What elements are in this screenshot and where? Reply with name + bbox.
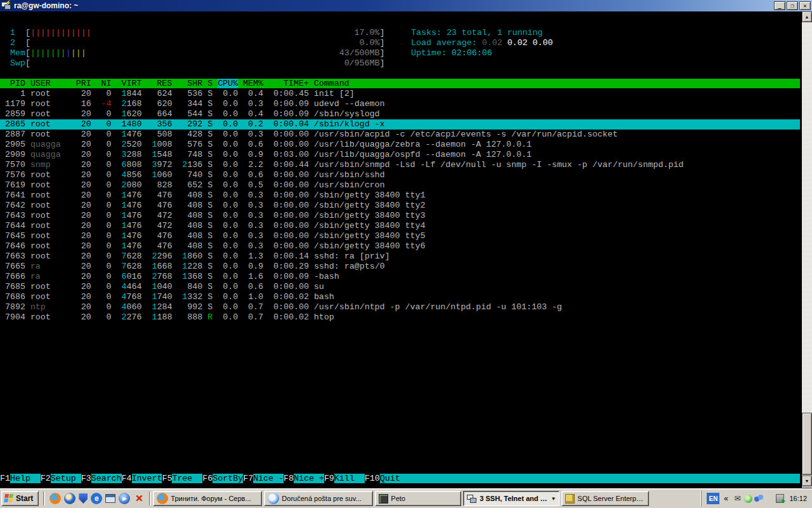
- fkey-label-f10[interactable]: Quit: [380, 474, 410, 483]
- quad-tray-icon[interactable]: [766, 495, 774, 503]
- fkey-f2[interactable]: F2: [41, 474, 51, 483]
- fkey-label-f9[interactable]: Kill: [334, 474, 365, 483]
- fkey-label-f7[interactable]: Nice -: [253, 474, 284, 483]
- htop-output: 1 [|||||||||||| 17.0%] 2 [ 0.0%] Mem[|||…: [0, 18, 800, 323]
- fkey-label-f8[interactable]: Nice +: [294, 474, 324, 483]
- minimize-button[interactable]: _: [774, 1, 785, 10]
- uptime-line: Uptime: 02:06:06: [411, 48, 553, 58]
- process-table-header[interactable]: PID USER PRI NI VIRT RES SHR S CPU% MEM%…: [0, 79, 800, 89]
- process-row-7644[interactable]: 7644 root 20 0 1476 472 408 S 0.0 0.3 0:…: [0, 221, 800, 231]
- fkey-label-f1[interactable]: Help: [10, 474, 41, 483]
- close-button[interactable]: ✕: [799, 1, 811, 10]
- fkey-f7[interactable]: F7: [243, 474, 253, 483]
- process-row-7576[interactable]: 7576 root 20 0 4856 1060 740 S 0.0 0.6 0…: [0, 170, 800, 180]
- peto-icon: [379, 494, 388, 504]
- cpu2-meter: 2 [ 0.0%]: [0, 38, 800, 48]
- taskbar-clock[interactable]: 16:12: [787, 495, 807, 502]
- tasks-line: Tasks: 23 total, 1 running: [411, 28, 553, 38]
- process-row-7643[interactable]: 7643 root 20 0 1476 472 408 S 0.0 0.3 0:…: [0, 211, 800, 221]
- process-row-7686[interactable]: 7686 root 20 0 4768 1740 1332 S 0.0 1.0 …: [0, 292, 800, 302]
- fkey-f1[interactable]: F1: [0, 474, 10, 483]
- process-row-2887[interactable]: 2887 root 20 0 1476 508 428 S 0.0 0.3 0:…: [0, 130, 800, 140]
- process-row-7646[interactable]: 7646 root 20 0 1476 476 408 S 0.0 0.3 0:…: [0, 241, 800, 251]
- fkey-f5[interactable]: F5: [162, 474, 172, 483]
- people-tray-icon[interactable]: [754, 495, 764, 503]
- process-row-7892[interactable]: 7892 ntp 20 0 4060 1284 992 S 0.0 0.7 0:…: [0, 302, 800, 312]
- uptime-label: Uptime:: [411, 48, 447, 58]
- process-row-1179[interactable]: 1179 root 16 -4 2168 620 344 S 0.0 0.3 0…: [0, 99, 800, 109]
- process-row-2905[interactable]: 2905 quagga 20 0 2520 1008 576 S 0.0 0.6…: [0, 140, 800, 150]
- uptime-value: 02:06:06: [452, 48, 492, 58]
- terminal: 1 [|||||||||||| 17.0%] 2 [ 0.0%] Mem[|||…: [0, 11, 802, 489]
- load-15min: 0.00: [533, 38, 553, 48]
- green-orb-tray-icon[interactable]: [744, 495, 752, 503]
- fkey-f9[interactable]: F9: [324, 474, 334, 483]
- taskbar-button-label: Тринити. Форум - Серв...: [171, 495, 258, 502]
- fkey-label-f6[interactable]: SortBy: [213, 474, 243, 483]
- load-average-line: Load average: 0.02 0.02 0.00: [411, 38, 553, 48]
- database-tray-icon[interactable]: [776, 494, 784, 503]
- process-row-7663[interactable]: 7663 root 20 0 7628 2296 1860 S 0.0 1.3 …: [0, 251, 800, 262]
- tasks-value: 23 total, 1 running: [447, 28, 543, 37]
- taskbar: Start e▶✕ Тринити. Форум - Серв...Doruče…: [0, 488, 812, 508]
- play-quicklaunch-icon[interactable]: ▶: [119, 493, 130, 504]
- process-row-7685[interactable]: 7685 root 20 0 4464 1040 840 S 0.0 0.6 0…: [0, 282, 800, 292]
- fkey-f3[interactable]: F3: [81, 474, 91, 483]
- x-quicklaunch-icon[interactable]: ✕: [133, 493, 145, 504]
- system-tray: EN « ✉ 16:12: [701, 490, 811, 507]
- tray-chevron-icon[interactable]: «: [722, 494, 730, 503]
- fkey-label-f3[interactable]: Search: [91, 474, 122, 483]
- scrollbar-up-arrow[interactable]: ▲: [802, 11, 812, 22]
- process-row-7570[interactable]: 7570 snmp 20 0 6808 3972 2136 S 0.0 2.2 …: [0, 160, 800, 170]
- taskbar-button-label: Peto: [391, 495, 457, 502]
- process-row-7641[interactable]: 7641 root 20 0 1476 476 408 S 0.0 0.3 0:…: [0, 190, 800, 201]
- fkey-f4[interactable]: F4: [122, 474, 132, 483]
- taskbar-button-3[interactable]: Peto: [375, 491, 461, 506]
- taskbar-divider: [149, 491, 151, 505]
- firefox-icon: [157, 493, 168, 504]
- mail2-icon: [268, 493, 279, 504]
- quick-launch-bar: e▶✕: [47, 493, 147, 504]
- e-quicklaunch-icon[interactable]: e: [91, 493, 102, 504]
- scrollbar-down-arrow[interactable]: ▼: [802, 476, 812, 486]
- taskbar-button-5[interactable]: SQL Server Enterprise M...: [561, 491, 649, 506]
- fkey-label-f2[interactable]: Setup: [51, 474, 81, 483]
- fkey-label-f5[interactable]: Tree: [172, 474, 202, 483]
- language-indicator[interactable]: EN: [707, 493, 719, 504]
- restore-button[interactable]: ❐: [787, 1, 798, 10]
- process-row-7665[interactable]: 7665 ra 20 0 7628 1668 1228 S 0.0 0.9 0:…: [0, 262, 800, 272]
- process-row-7666[interactable]: 7666 ra 20 0 6016 2768 1368 S 0.0 1.6 0:…: [0, 272, 800, 282]
- taskbar-button-1[interactable]: Тринити. Форум - Серв...: [153, 491, 262, 506]
- start-button[interactable]: Start: [1, 491, 39, 506]
- process-row-2859[interactable]: 2859 root 20 0 1620 664 544 S 0.0 0.4 0:…: [0, 109, 800, 119]
- process-row-7642[interactable]: 7642 root 20 0 1476 476 408 S 0.0 0.3 0:…: [0, 201, 800, 211]
- firefox-quicklaunch-icon[interactable]: [49, 493, 61, 504]
- fkey-f10[interactable]: F10: [365, 474, 380, 483]
- window-quicklaunch-icon[interactable]: [105, 494, 115, 503]
- fkey-label-f4[interactable]: Invert: [132, 474, 162, 483]
- process-row-1[interactable]: 1 root 20 0 1844 624 536 S 0.0 0.4 0:00.…: [0, 89, 800, 99]
- process-row-7645[interactable]: 7645 root 20 0 1476 476 408 S 0.0 0.3 0:…: [0, 231, 800, 241]
- group-dropdown-icon[interactable]: ▼: [551, 496, 556, 502]
- process-row-7619[interactable]: 7619 root 20 0 2080 828 652 S 0.0 0.5 0:…: [0, 180, 800, 190]
- swp-meter: Swp[ 0/956MB]: [0, 58, 800, 69]
- putty-titlebar[interactable]: ⚡ ra@gw-domino: ~ _ ❐ ✕: [0, 0, 812, 11]
- taskbar-button-2[interactable]: Doručená pošta pre suv...: [264, 491, 373, 506]
- process-row-7904[interactable]: 7904 root 20 0 2276 1188 888 R 0.0 0.7 0…: [0, 312, 800, 323]
- sort-column-header[interactable]: CPU%: [218, 79, 238, 88]
- scrollbar-thumb[interactable]: [802, 413, 812, 475]
- tray-icons: ✉: [732, 493, 784, 504]
- process-row-2909[interactable]: 2909 quagga 20 0 3288 1548 748 S 0.0 0.9…: [0, 150, 800, 160]
- fkey-f6[interactable]: F6: [202, 474, 213, 483]
- bird-quicklaunch-icon[interactable]: [64, 493, 75, 504]
- scrollbar[interactable]: ▲ ▼: [802, 11, 812, 488]
- taskbar-button-4[interactable]: 3 SSH, Telnet and Rl...▼: [463, 491, 560, 506]
- process-row-2865[interactable]: 2865 root 20 0 1480 356 292 S 0.0 0.2 0:…: [0, 119, 800, 130]
- load-label: Load average:: [411, 38, 477, 48]
- window-title: ra@gw-domino: ~: [14, 1, 773, 10]
- fkey-f8[interactable]: F8: [284, 474, 294, 483]
- shield-quicklaunch-icon[interactable]: [79, 493, 88, 504]
- envelope-tray-icon[interactable]: ✉: [732, 493, 742, 504]
- taskbar-button-label: SQL Server Enterprise M...: [577, 495, 645, 502]
- cpu1-meter: 1 [|||||||||||| 17.0%]: [0, 28, 800, 38]
